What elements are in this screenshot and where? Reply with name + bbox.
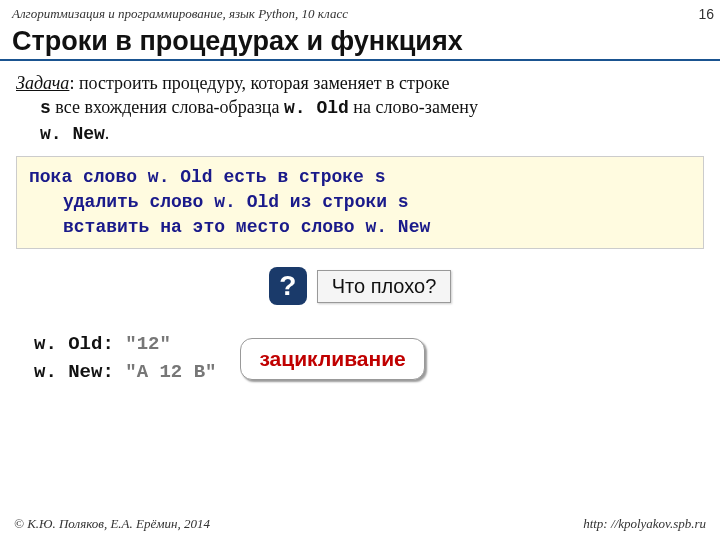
question-box: Что плохо? bbox=[317, 270, 452, 303]
old-value: "12" bbox=[125, 333, 171, 355]
var-new: w. New bbox=[40, 124, 105, 144]
question-icon: ? bbox=[269, 267, 307, 305]
course-title: Алгоритмизация и программирование, язык … bbox=[12, 6, 708, 22]
page-number: 16 bbox=[698, 6, 714, 22]
var-s: s bbox=[40, 98, 51, 118]
task-text-c: на слово-замену bbox=[349, 97, 478, 117]
copyright: © К.Ю. Поляков, Е.А. Ерёмин, 2014 bbox=[14, 516, 210, 532]
loop-warning: зацикливание bbox=[240, 338, 424, 380]
pseudocode-box: пока слово w. Old есть в строке s удалит… bbox=[16, 156, 704, 250]
question-row: ? Что плохо? bbox=[16, 267, 704, 305]
pseudo-line3: вставить на это место слово w. New bbox=[63, 217, 430, 237]
footer: © К.Ю. Поляков, Е.А. Ерёмин, 2014 http: … bbox=[0, 516, 720, 532]
new-label: w. New: bbox=[34, 361, 114, 383]
slide-title: Строки в процедурах и функциях bbox=[12, 26, 708, 57]
old-label: w. Old: bbox=[34, 333, 114, 355]
pseudo-line2: удалить слово w. Old из строки s bbox=[63, 192, 409, 212]
pseudo-line1: слово w. Old есть в строке s bbox=[72, 167, 385, 187]
var-old: w. Old bbox=[284, 98, 349, 118]
source-url: http: //kpolyakov.spb.ru bbox=[583, 516, 706, 532]
task-text-d: . bbox=[105, 123, 110, 143]
kw-while: пока bbox=[29, 167, 72, 187]
divider bbox=[0, 59, 720, 61]
example-values: w. Old: "12" w. New: "A 12 B" bbox=[34, 331, 216, 386]
task-text: Задача: построить процедуру, которая зам… bbox=[16, 71, 704, 146]
task-label: Задача bbox=[16, 73, 69, 93]
new-value: "A 12 B" bbox=[125, 361, 216, 383]
example-row: w. Old: "12" w. New: "A 12 B" зацикливан… bbox=[16, 331, 704, 386]
task-text-a: : построить процедуру, которая заменяет … bbox=[69, 73, 449, 93]
task-text-b: все вхождения слова-образца bbox=[51, 97, 284, 117]
